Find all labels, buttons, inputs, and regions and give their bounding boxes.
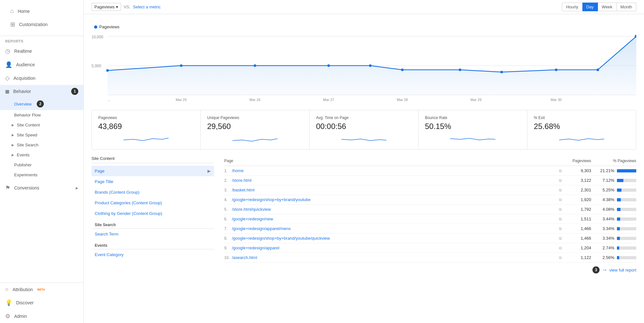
row-pageviews: 1,511 bbox=[565, 217, 591, 221]
table-row: 1. /home ⧉ 9,303 21.21% bbox=[224, 166, 636, 176]
stat-unique-pageviews-sparkline bbox=[207, 134, 303, 143]
top-bar: Pageviews ▾ VS. Select a metric Hourly D… bbox=[84, 0, 644, 14]
sidebar-item-behavior[interactable]: ▦ Behavior 1 bbox=[0, 85, 83, 98]
time-btn-hourly[interactable]: Hourly bbox=[562, 3, 582, 11]
sidebar-item-attribution[interactable]: ○ Attribution BETA bbox=[0, 283, 83, 296]
panel-item-page-title-label: Page Title bbox=[95, 179, 113, 184]
stat-pageviews-label: Pageviews bbox=[98, 115, 194, 120]
panel-item-event-category[interactable]: Event Category bbox=[91, 249, 214, 260]
dropdown-arrow-icon: ▾ bbox=[116, 5, 118, 9]
pct-bar-background bbox=[617, 256, 636, 259]
time-btn-month[interactable]: Month bbox=[617, 3, 636, 11]
chart-legend-label: Pageviews bbox=[99, 24, 120, 29]
pct-bar-fill bbox=[617, 189, 621, 192]
sidebar-item-realtime[interactable]: ◷ Realtime bbox=[0, 44, 83, 58]
pct-bar-background bbox=[617, 169, 636, 172]
realtime-icon: ◷ bbox=[5, 48, 10, 55]
time-btn-day[interactable]: Day bbox=[582, 3, 598, 11]
row-pct-cell: 4.08% bbox=[591, 207, 636, 212]
panel-item-clothing-gender[interactable]: Clothing by Gender (Content Group) bbox=[91, 208, 214, 219]
panel-item-product-categories[interactable]: Product Categories (Content Group) bbox=[91, 198, 214, 208]
row-num: 6. bbox=[224, 217, 232, 221]
stat-pageviews-sparkline bbox=[98, 134, 194, 143]
sidebar-item-home-label: Home bbox=[18, 9, 30, 14]
main-content-area: Pageviews ▾ VS. Select a metric Hourly D… bbox=[84, 0, 644, 323]
sidebar-item-experiments[interactable]: Experiments bbox=[0, 170, 83, 180]
row-copy-icon[interactable]: ⧉ bbox=[559, 188, 565, 192]
sidebar-item-discover[interactable]: 💡 Discover bbox=[0, 296, 83, 309]
sidebar-item-behavior-flow[interactable]: Behavior Flow bbox=[0, 110, 83, 120]
row-copy-icon[interactable]: ⧉ bbox=[559, 217, 565, 221]
row-copy-icon[interactable]: ⧉ bbox=[559, 255, 565, 260]
row-page-link[interactable]: /google+redesign/apparel bbox=[232, 245, 558, 250]
row-pageviews: 1,920 bbox=[565, 197, 591, 202]
row-copy-icon[interactable]: ⧉ bbox=[559, 169, 565, 173]
row-page-link[interactable]: /asearch.html bbox=[232, 255, 558, 260]
row-pct-cell: 3.44% bbox=[591, 217, 636, 221]
pct-bar-fill bbox=[617, 246, 619, 250]
row-page-link[interactable]: /home bbox=[232, 168, 558, 173]
row-copy-icon[interactable]: ⧉ bbox=[559, 226, 565, 231]
table-row: 10. /asearch.html ⧉ 1,122 2.56% bbox=[224, 253, 636, 263]
sidebar-item-conversions[interactable]: ⚑ Conversions ▶ bbox=[0, 181, 83, 195]
panel-item-brands[interactable]: Brands (Content Group) bbox=[91, 187, 214, 198]
sidebar-item-audience[interactable]: 👤 Audience bbox=[0, 58, 83, 71]
row-num: 9. bbox=[224, 246, 232, 250]
table-row: 4. /google+redesign/shop+by+brand/youtub… bbox=[224, 195, 636, 205]
sidebar-item-overview-label: Overview bbox=[14, 102, 32, 106]
stat-bounce-rate-label: Bounce Rate bbox=[425, 115, 521, 120]
svg-text:...: ... bbox=[108, 98, 111, 102]
table-row: 5. /store.html/quickview ⧉ 1,792 4.08% bbox=[224, 205, 636, 214]
sidebar-item-site-content[interactable]: ▶ Site Content bbox=[0, 120, 83, 130]
sidebar-item-acquisition[interactable]: ◇ Acquisition bbox=[0, 71, 83, 85]
row-page-link[interactable]: /google+redesign/shop+by+brand/youtube bbox=[232, 197, 558, 202]
row-page-link[interactable]: /store.html bbox=[232, 178, 558, 183]
row-copy-icon[interactable]: ⧉ bbox=[559, 207, 565, 212]
time-btn-week[interactable]: Week bbox=[598, 3, 617, 11]
view-full-report-link[interactable]: view full report bbox=[609, 268, 636, 272]
content-columns: Site Content Page ▶ Page Title Brands (C… bbox=[91, 156, 636, 273]
pct-bar-background bbox=[617, 246, 636, 250]
row-copy-icon[interactable]: ⧉ bbox=[559, 178, 565, 183]
row-pct-text: 5.25% bbox=[598, 188, 614, 192]
discover-icon: 💡 bbox=[5, 299, 12, 306]
expand-icon: ▶ bbox=[12, 133, 14, 137]
sidebar-item-publisher-label: Publisher bbox=[14, 162, 32, 167]
svg-text:Mar 30: Mar 30 bbox=[551, 98, 562, 102]
row-pct-cell: 4.38% bbox=[591, 197, 636, 202]
sidebar-item-admin[interactable]: ⚙ Admin bbox=[0, 309, 83, 323]
row-page-link[interactable]: /basket.html bbox=[232, 188, 558, 192]
pct-bar-background bbox=[617, 217, 636, 221]
sidebar-item-conversions-label: Conversions bbox=[14, 185, 39, 190]
stat-bounce-rate: Bounce Rate 50.15% bbox=[418, 110, 527, 149]
row-copy-icon[interactable]: ⧉ bbox=[559, 246, 565, 250]
col-pv-pct-header: % Pageviews bbox=[591, 159, 636, 163]
row-copy-icon[interactable]: ⧉ bbox=[559, 198, 565, 202]
row-pageviews: 1,466 bbox=[565, 226, 591, 231]
stat-bounce-rate-sparkline bbox=[425, 134, 521, 143]
row-pct-text: 4.38% bbox=[598, 197, 614, 202]
sidebar-item-customization[interactable]: ⊞ Customization bbox=[5, 18, 78, 31]
select-metric-link[interactable]: Select a metric bbox=[133, 5, 161, 9]
row-page-link[interactable]: /google+redesign/new bbox=[232, 217, 558, 221]
sidebar-item-site-search[interactable]: ▶ Site Search bbox=[0, 140, 83, 150]
sidebar-item-site-speed[interactable]: ▶ Site Speed bbox=[0, 130, 83, 140]
sidebar-item-home[interactable]: ⌂ Home bbox=[5, 5, 78, 18]
row-page-link[interactable]: /google+redesign/apparel/mens bbox=[232, 226, 558, 231]
panel-item-page-title[interactable]: Page Title bbox=[91, 176, 214, 187]
row-page-link[interactable]: /store.html/quickview bbox=[232, 207, 558, 212]
panel-item-search-term-label: Search Term bbox=[95, 232, 118, 236]
sidebar-item-overview[interactable]: Overview 2 bbox=[0, 98, 83, 110]
sidebar-item-events[interactable]: ▶ Events bbox=[0, 150, 83, 160]
panel-item-page-label: Page bbox=[95, 169, 104, 173]
sidebar-item-admin-label: Admin bbox=[14, 314, 27, 319]
chart-svg: 10,000 5,000 bbox=[91, 32, 636, 104]
vs-label: VS. bbox=[124, 5, 130, 9]
row-num: 10. bbox=[224, 255, 232, 260]
sidebar-item-publisher[interactable]: Publisher bbox=[0, 160, 83, 170]
metric-dropdown[interactable]: Pageviews ▾ bbox=[91, 3, 121, 11]
row-page-link[interactable]: /google+redesign/shop+by+brand/youtube/q… bbox=[232, 236, 558, 241]
panel-item-search-term[interactable]: Search Term bbox=[91, 229, 214, 239]
panel-item-page[interactable]: Page ▶ bbox=[91, 166, 214, 176]
row-copy-icon[interactable]: ⧉ bbox=[559, 236, 565, 241]
